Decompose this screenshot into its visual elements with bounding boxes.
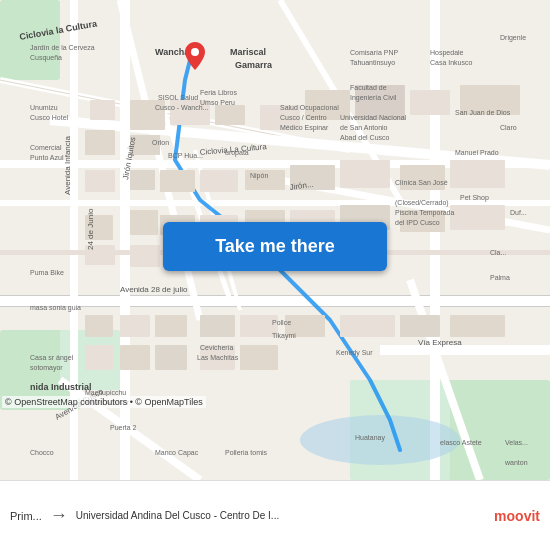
route-to-label: Universidad Andina Del Cusco - Centro De…	[76, 510, 486, 521]
svg-rect-60	[155, 315, 187, 337]
svg-text:Nipón: Nipón	[250, 172, 268, 180]
svg-rect-44	[160, 170, 195, 192]
svg-rect-71	[240, 345, 278, 370]
svg-rect-50	[450, 160, 505, 188]
svg-rect-68	[120, 345, 150, 370]
svg-text:Gamarra: Gamarra	[235, 60, 273, 70]
svg-text:del IPD Cusco: del IPD Cusco	[395, 219, 440, 226]
svg-text:Vía Expresa: Vía Expresa	[418, 338, 462, 347]
bottom-bar: Prim... → Universidad Andina Del Cusco -…	[0, 480, 550, 550]
svg-text:Abad del Cusco: Abad del Cusco	[340, 134, 390, 141]
svg-text:Mariscal: Mariscal	[230, 47, 266, 57]
svg-text:Huatanay: Huatanay	[355, 434, 385, 442]
svg-text:Ingeniería Civil: Ingeniería Civil	[350, 94, 397, 102]
svg-text:Cevichería: Cevichería	[200, 344, 234, 351]
svg-rect-27	[85, 130, 115, 155]
svg-text:de San Antonio: de San Antonio	[340, 124, 388, 131]
svg-text:Puerta 2: Puerta 2	[110, 424, 137, 431]
location-pin	[185, 42, 205, 70]
svg-rect-9	[0, 295, 550, 296]
svg-rect-43	[130, 245, 160, 267]
svg-rect-28	[90, 100, 115, 120]
svg-text:SISOL Salud: SISOL Salud	[158, 94, 198, 101]
svg-text:Jardín de la Cerveza: Jardín de la Cerveza	[30, 44, 95, 51]
svg-text:Feria Libros: Feria Libros	[200, 89, 237, 96]
svg-text:sotomayor: sotomayor	[30, 364, 63, 372]
svg-text:masa sonia guia: masa sonia guia	[30, 304, 81, 312]
svg-text:Facultad de: Facultad de	[350, 84, 387, 91]
svg-text:Manuel Prado: Manuel Prado	[455, 149, 499, 156]
svg-rect-59	[120, 315, 150, 337]
svg-text:Avenida Infancia: Avenida Infancia	[63, 135, 72, 195]
svg-text:wanton: wanton	[504, 459, 528, 466]
svg-text:Las Machitas: Las Machitas	[197, 354, 239, 361]
svg-rect-61	[200, 315, 235, 337]
svg-text:Polleria tomis: Polleria tomis	[225, 449, 268, 456]
svg-rect-3	[440, 380, 550, 480]
svg-rect-49	[400, 165, 445, 190]
svg-text:Tahuantinsuyo: Tahuantinsuyo	[350, 59, 395, 67]
svg-text:Velas...: Velas...	[505, 439, 528, 446]
svg-text:24 de Junio: 24 de Junio	[86, 208, 95, 250]
svg-rect-65	[400, 315, 440, 337]
svg-rect-69	[155, 345, 187, 370]
svg-rect-10	[0, 306, 550, 307]
svg-rect-42	[130, 210, 158, 235]
svg-point-143	[191, 48, 199, 56]
svg-rect-38	[85, 170, 115, 192]
svg-rect-17	[430, 0, 440, 480]
svg-text:nida Industrial: nida Industrial	[30, 382, 92, 392]
svg-text:Claro: Claro	[500, 124, 517, 131]
svg-text:Médico Espinar: Médico Espinar	[280, 124, 329, 132]
svg-text:Pollce: Pollce	[272, 319, 291, 326]
svg-text:Chocco: Chocco	[30, 449, 54, 456]
svg-text:Tikaymi: Tikaymi	[272, 332, 296, 340]
svg-text:Manco Capac: Manco Capac	[155, 449, 199, 457]
svg-text:Cusqueña: Cusqueña	[30, 54, 62, 62]
svg-text:Kenedy Sur: Kenedy Sur	[336, 349, 373, 357]
svg-text:Casa sr ángel: Casa sr ángel	[30, 354, 74, 362]
moovit-logo: moovit	[494, 508, 540, 524]
svg-text:BCP Hua...: BCP Hua...	[168, 152, 203, 159]
svg-text:Casa Inkusco: Casa Inkusco	[430, 59, 473, 66]
svg-text:Cusco Hotel: Cusco Hotel	[30, 114, 69, 121]
svg-text:Avenida 28 de julio: Avenida 28 de julio	[120, 285, 188, 294]
take-me-there-button[interactable]: Take me there	[163, 222, 387, 271]
svg-text:Punto Azul: Punto Azul	[30, 154, 64, 161]
svg-text:San Juan de Dios: San Juan de Dios	[455, 109, 511, 116]
svg-rect-8	[0, 295, 550, 307]
svg-rect-48	[340, 160, 390, 188]
svg-text:Palma: Palma	[490, 274, 510, 281]
svg-rect-15	[120, 0, 130, 480]
svg-text:Salud Ocupacional: Salud Ocupacional	[280, 104, 339, 112]
svg-rect-32	[215, 105, 245, 125]
svg-text:Universidad Nacional: Universidad Nacional	[340, 114, 407, 121]
svg-rect-57	[450, 205, 505, 230]
svg-text:uropata: uropata	[225, 149, 249, 157]
svg-rect-45	[200, 170, 238, 192]
svg-rect-64	[340, 315, 395, 337]
svg-text:Comisaría PNP: Comisaría PNP	[350, 49, 399, 56]
svg-text:(Closed/Cerrado): (Closed/Cerrado)	[395, 199, 449, 207]
map-attribution: © OpenStreetMap contributors • © OpenMap…	[2, 396, 206, 408]
svg-text:Comercial: Comercial	[30, 144, 62, 151]
svg-rect-66	[450, 315, 505, 337]
svg-text:Puma Bike: Puma Bike	[30, 269, 64, 276]
svg-rect-67	[85, 345, 113, 370]
svg-text:Duf...: Duf...	[510, 209, 527, 216]
route-arrow: →	[50, 505, 68, 526]
svg-text:Cla...: Cla...	[490, 249, 506, 256]
route-from-label: Prim...	[10, 510, 42, 522]
svg-text:Orlon: Orlon	[152, 139, 169, 146]
svg-text:Cusco / Centro: Cusco / Centro	[280, 114, 327, 121]
svg-text:Clínica San José: Clínica San José	[395, 179, 448, 186]
svg-text:Umso Peru: Umso Peru	[200, 99, 235, 106]
svg-text:Drigenle: Drigenle	[500, 34, 526, 42]
moovit-brand-text: moovit	[494, 508, 540, 524]
svg-text:Piscina Temporada: Piscina Temporada	[395, 209, 455, 217]
svg-text:Pet Shop: Pet Shop	[460, 194, 489, 202]
svg-text:elasco Astete: elasco Astete	[440, 439, 482, 446]
svg-rect-36	[410, 90, 450, 115]
svg-rect-58	[85, 315, 113, 337]
map-container: Ciclovia la Cultura Ciclovia La Cultura …	[0, 0, 550, 480]
